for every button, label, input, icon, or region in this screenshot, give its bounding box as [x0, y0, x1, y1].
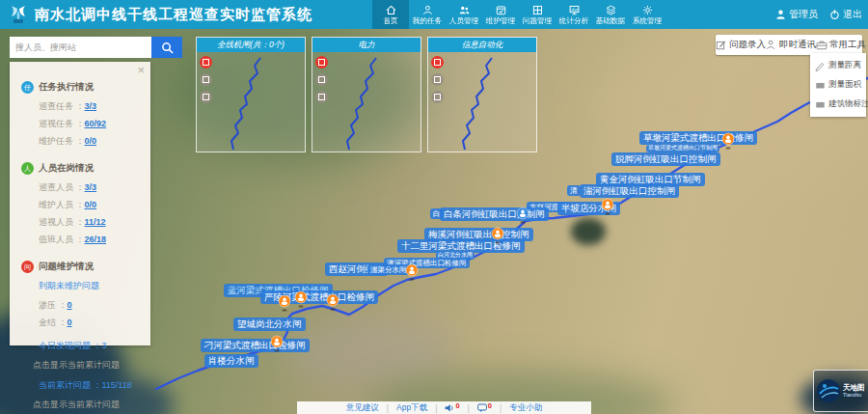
- speaker-icon: [445, 403, 454, 413]
- person-marker[interactable]: [601, 198, 614, 219]
- section-icon: 问: [21, 261, 34, 273]
- stat-label: 金结 ：: [39, 317, 68, 327]
- close-icon[interactable]: ×: [137, 64, 145, 77]
- person-marker[interactable]: [721, 132, 735, 153]
- nav-item-gear[interactable]: 系统管理: [629, 0, 665, 29]
- stat-value[interactable]: 11/12: [85, 217, 106, 227]
- menu-item[interactable]: 建筑物标注: [810, 95, 866, 114]
- square-icon: [815, 99, 826, 110]
- footer-chat-badge[interactable]: 0: [477, 403, 492, 413]
- stat-value[interactable]: 0: [68, 300, 72, 310]
- footer-bar: 意见建议|App下载|0|0|专业小助: [297, 401, 591, 414]
- nav-item-layers[interactable]: 基础数据: [592, 0, 629, 29]
- stat-value[interactable]: 3/3: [85, 182, 97, 192]
- map-label[interactable]: 草墩河梁式渡槽出口检修闸: [639, 131, 757, 145]
- header-bar: 南水北调中线干线工程巡查实时监管系统 首页我的任务人员管理维护管理问题管理统计分…: [0, 0, 868, 29]
- footer-separator: |: [500, 403, 502, 413]
- panel-link[interactable]: 当前累计问题 ：115/118: [39, 379, 150, 392]
- map-label[interactable]: 湍河倒虹吸出口控制闸: [580, 184, 679, 198]
- person-marker[interactable]: [326, 293, 339, 315]
- stat-row: 巡视人员 ：11/12: [39, 216, 150, 229]
- footer-speaker-badge[interactable]: 0: [445, 403, 459, 413]
- toolbar-edit-button[interactable]: 问题录入: [716, 39, 766, 51]
- alert-layer-button[interactable]: [200, 56, 212, 69]
- nav-item-maint[interactable]: 维护管理: [482, 0, 519, 29]
- stat-label: 巡视任务 ：: [39, 119, 85, 128]
- person-marker[interactable]: [294, 290, 308, 312]
- stat-value[interactable]: 3/3: [85, 101, 97, 111]
- tianditu-globe-icon: [816, 378, 841, 403]
- map-label[interactable]: 白条河倒虹吸出口控制闸: [440, 207, 549, 221]
- layer-toggle-button[interactable]: [200, 73, 212, 86]
- person-marker[interactable]: [278, 294, 291, 316]
- map-label[interactable]: 肖楼分水闸: [204, 354, 258, 368]
- nav-item-stats[interactable]: 统计分析: [556, 0, 592, 29]
- footer-link[interactable]: App下载: [396, 402, 427, 414]
- person-marker[interactable]: [491, 227, 504, 248]
- stat-value[interactable]: 0/0: [85, 200, 97, 209]
- section-icon: 人: [21, 162, 34, 175]
- nav-item-task[interactable]: 我的任务: [409, 0, 446, 29]
- stat-value[interactable]: 26/18: [85, 235, 107, 244]
- toolbar-person-button[interactable]: 即时通讯: [766, 39, 816, 51]
- mini-panel-body: [428, 52, 536, 152]
- map-label[interactable]: 望城岗北分水闸: [233, 317, 306, 331]
- footer-link[interactable]: 意见建议: [346, 402, 379, 414]
- alert-layer-button[interactable]: [431, 56, 444, 69]
- mini-panel-body: [312, 52, 420, 152]
- logout-button[interactable]: 退出: [829, 8, 862, 21]
- current-user[interactable]: 管理员: [775, 8, 818, 21]
- stat-label: 巡查任务 ：: [39, 101, 85, 111]
- stat-value[interactable]: 60/92: [85, 119, 107, 128]
- person-marker[interactable]: [516, 207, 529, 228]
- map-label[interactable]: 脱脚河倒虹吸出口控制闸: [611, 152, 720, 166]
- menu-item-label: 测量距离: [828, 60, 861, 71]
- person-marker-icon: [491, 227, 504, 244]
- tianditu-logo[interactable]: 天地图 Tianditu: [813, 370, 868, 412]
- task-icon: [421, 4, 434, 16]
- layer-toggle-button[interactable]: [431, 73, 444, 86]
- nav-item-home[interactable]: 首页: [372, 0, 409, 29]
- footer-link[interactable]: 专业小助: [509, 402, 542, 414]
- app-logo-icon: [6, 3, 31, 26]
- alert-layer-button[interactable]: [315, 56, 328, 69]
- main-nav: 首页我的任务人员管理维护管理问题管理统计分析基础数据系统管理: [372, 0, 665, 29]
- map-label[interactable]: 刁河梁式渡槽出口检修闸: [201, 339, 310, 352]
- mini-panel-title: 信息自动化: [428, 38, 536, 52]
- person-marker[interactable]: [270, 335, 284, 356]
- section-icon: 任: [21, 81, 34, 94]
- search-input[interactable]: [10, 37, 151, 58]
- stat-value[interactable]: 0: [68, 317, 72, 327]
- layer-toggle-button[interactable]: [200, 91, 212, 103]
- stat-value[interactable]: 0/0: [85, 136, 97, 146]
- mini-panel-body: [197, 52, 305, 152]
- layer-glyph: [434, 76, 441, 83]
- nav-item-label: 维护管理: [486, 16, 515, 25]
- map-label[interactable]: 草墩河梁式渡槽出口节制闸: [646, 145, 719, 152]
- search-button[interactable]: [151, 37, 182, 58]
- chat-icon: [477, 403, 487, 413]
- toolbar-label: 问题录入: [729, 39, 766, 51]
- search-icon: [161, 41, 174, 54]
- section-header: 问问题维护情况: [21, 261, 150, 273]
- layer-glyph: [434, 94, 441, 100]
- map-label[interactable]: 清: [567, 185, 581, 196]
- layer-toggle-button[interactable]: [315, 73, 328, 86]
- panel-link[interactable]: 到期未维护问题: [39, 280, 150, 292]
- layer-toggle-button[interactable]: [315, 91, 328, 103]
- person-icon: [766, 40, 777, 51]
- nav-item-issue[interactable]: 问题管理: [519, 0, 556, 29]
- menu-item[interactable]: 测量面积: [810, 75, 866, 95]
- people-icon: [458, 4, 471, 16]
- person-marker-icon: [270, 335, 284, 352]
- toolbar-toolbox-button[interactable]: 常用工具: [816, 39, 868, 51]
- panel-link[interactable]: 今日发现问题 ：3: [39, 340, 150, 352]
- stat-row: 巡视任务 ：60/92: [39, 118, 150, 130]
- spacer: [21, 251, 150, 255]
- map-label[interactable]: 湍渠分水闸: [367, 264, 410, 275]
- menu-item[interactable]: 测量距离: [810, 56, 866, 75]
- nav-item-people[interactable]: 人员管理: [446, 0, 482, 29]
- layer-toggle-button[interactable]: [431, 91, 444, 103]
- person-marker[interactable]: [405, 263, 419, 285]
- badge-count: 0: [488, 401, 492, 410]
